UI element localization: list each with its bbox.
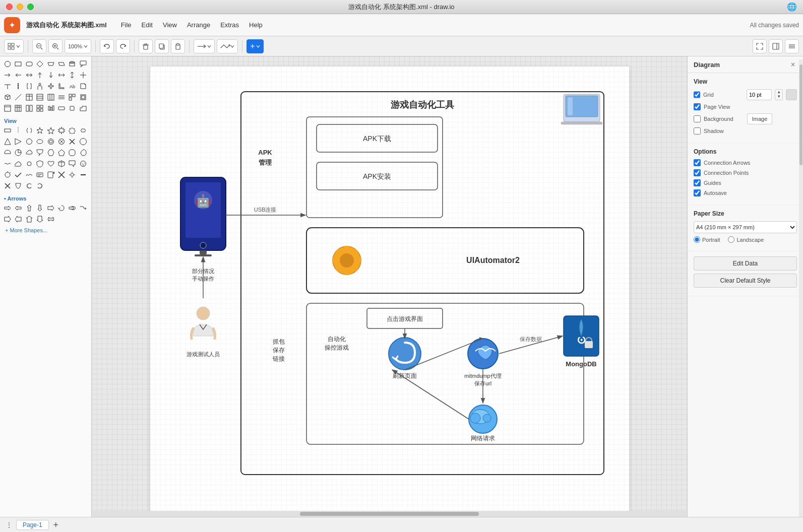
- arrow-s-curve[interactable]: [79, 204, 88, 213]
- arrow-double-right[interactable]: [68, 204, 77, 213]
- image-btn[interactable]: Image: [747, 113, 772, 124]
- basic-scrollrect[interactable]: [46, 170, 55, 179]
- shape-arrow-left[interactable]: [14, 71, 23, 80]
- basic-dash[interactable]: [79, 170, 88, 179]
- menu-arrange[interactable]: Arrange: [183, 19, 214, 31]
- arrow-left2[interactable]: [14, 204, 23, 213]
- shape-list[interactable]: [35, 93, 44, 102]
- basic-x2[interactable]: [57, 170, 66, 179]
- shape-box-group[interactable]: [68, 93, 77, 102]
- shape-up-arrow[interactable]: [35, 71, 44, 80]
- shape-down-arrow[interactable]: [46, 71, 55, 80]
- grid-stepper[interactable]: ▲ ▼: [775, 89, 783, 100]
- basic-ellipse[interactable]: [35, 137, 44, 146]
- shadow-checkbox[interactable]: [694, 127, 701, 135]
- basic-octagon[interactable]: [68, 148, 77, 157]
- shape-plus[interactable]: [46, 82, 55, 91]
- basic-triangle[interactable]: [3, 137, 12, 146]
- edit-data-btn[interactable]: Edit Data: [694, 256, 797, 271]
- basic-c2[interactable]: [35, 181, 44, 190]
- shape-frame[interactable]: [79, 93, 88, 102]
- basic-shield[interactable]: [35, 159, 44, 168]
- basic-bracket2[interactable]: [25, 126, 34, 135]
- page-canvas[interactable]: 游戏自动化工具 APK 管理 APK下载 APK安装: [150, 66, 629, 517]
- connection-style-btn[interactable]: [194, 39, 215, 53]
- basic-star5[interactable]: [46, 126, 55, 135]
- shape-swimlane[interactable]: [3, 104, 12, 113]
- shape-cube[interactable]: [3, 93, 12, 102]
- basic-tri2[interactable]: [14, 137, 23, 146]
- basic-burst[interactable]: [57, 126, 66, 135]
- shape-step[interactable]: [79, 104, 88, 113]
- shape-multiline[interactable]: [57, 93, 66, 102]
- arrow-fat-left[interactable]: [14, 215, 23, 224]
- arrow-circle[interactable]: [57, 204, 66, 213]
- basic-hexagon[interactable]: [46, 148, 55, 157]
- grid-value-input[interactable]: [747, 89, 772, 100]
- shape-table[interactable]: [25, 93, 34, 102]
- shape-line[interactable]: [14, 93, 23, 102]
- grid-down-icon[interactable]: ▼: [776, 95, 781, 99]
- basic-pill[interactable]: [79, 126, 88, 135]
- shape-grid2[interactable]: [35, 104, 44, 113]
- basic-wave[interactable]: [3, 159, 12, 168]
- add-page-btn[interactable]: +: [51, 520, 61, 530]
- guides-checkbox[interactable]: [694, 179, 701, 186]
- page-1-tab[interactable]: Page-1: [16, 520, 49, 530]
- shape-bar[interactable]: [46, 104, 55, 113]
- basic-cloud[interactable]: [25, 148, 34, 157]
- basic-star6[interactable]: [68, 126, 77, 135]
- menu-view[interactable]: View: [159, 19, 181, 31]
- shape-lr-arrow[interactable]: [57, 71, 66, 80]
- redo-btn[interactable]: [116, 39, 130, 53]
- panel-close-btn[interactable]: ×: [789, 60, 797, 69]
- basic-smile[interactable]: [79, 159, 88, 168]
- close-button[interactable]: [6, 4, 13, 10]
- portrait-radio[interactable]: [694, 236, 700, 243]
- shape-trapezoid[interactable]: [46, 59, 55, 69]
- basic-heart[interactable]: [46, 159, 55, 168]
- arrow-down2[interactable]: [35, 204, 44, 213]
- arrow-right2[interactable]: [3, 204, 12, 213]
- conn-arrows-checkbox[interactable]: [694, 159, 701, 166]
- basic-xsym[interactable]: [68, 137, 77, 146]
- shape-bracket[interactable]: [25, 82, 34, 91]
- paste-btn[interactable]: [171, 39, 185, 53]
- maximize-button[interactable]: [27, 4, 34, 10]
- waypoint-btn[interactable]: [217, 39, 238, 53]
- arrow-fat-up[interactable]: [25, 215, 34, 224]
- panel-scroll-thumb[interactable]: [799, 64, 802, 165]
- globe-icon[interactable]: 🌐: [787, 3, 797, 11]
- more-shapes-btn[interactable]: + More Shapes...: [3, 226, 49, 234]
- page-view-checkbox[interactable]: [694, 103, 701, 110]
- panel-scrollbar[interactable]: [799, 59, 803, 517]
- background-checkbox[interactable]: [694, 115, 701, 122]
- basic-c[interactable]: [25, 181, 34, 190]
- basic-chat[interactable]: [68, 159, 77, 168]
- arrow-fat-lr[interactable]: [46, 215, 55, 224]
- basic-teardrop[interactable]: [79, 148, 88, 157]
- shape-tb-arrow[interactable]: [68, 71, 77, 80]
- diagram-svg[interactable]: 游戏自动化工具 APK 管理 APK下载 APK安装: [150, 66, 629, 517]
- canvas-area[interactable]: 游戏自动化工具 APK 管理 APK下载 APK安装: [92, 56, 687, 517]
- landscape-radio[interactable]: [728, 236, 734, 243]
- shape-diamond[interactable]: [35, 59, 44, 69]
- minimize-button[interactable]: [17, 4, 23, 10]
- shape-dbl-arrow[interactable]: [25, 71, 34, 80]
- basic-check[interactable]: [14, 170, 23, 179]
- sidebar-toggle-btn[interactable]: [769, 39, 783, 53]
- shape-l-shape[interactable]: [57, 82, 66, 91]
- menu-dots-btn[interactable]: ⋮: [4, 520, 14, 530]
- basic-caption[interactable]: [35, 170, 44, 179]
- basic-box3d[interactable]: [57, 159, 66, 168]
- shape-cylinder[interactable]: [68, 59, 77, 69]
- autosave-checkbox[interactable]: [694, 189, 701, 196]
- basic-xshape[interactable]: [57, 137, 66, 146]
- arrow-fat-right[interactable]: [3, 215, 12, 224]
- insert-btn[interactable]: +: [246, 39, 264, 53]
- delete-btn[interactable]: [139, 39, 153, 53]
- zoom-in-btn[interactable]: [48, 39, 63, 53]
- conn-points-checkbox[interactable]: [694, 169, 701, 176]
- shape-parallelogram[interactable]: [57, 59, 66, 69]
- zoom-out-btn[interactable]: [32, 39, 46, 53]
